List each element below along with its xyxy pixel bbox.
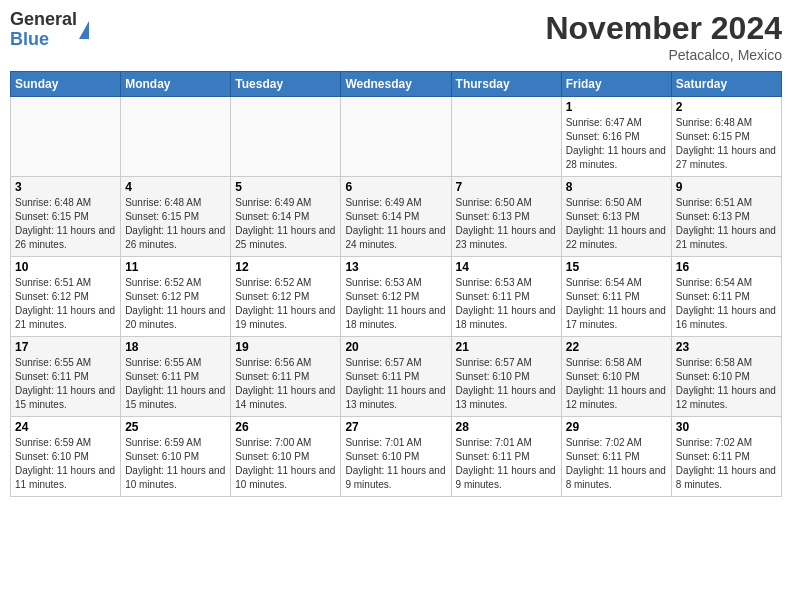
calendar-cell: 14Sunrise: 6:53 AM Sunset: 6:11 PM Dayli…: [451, 257, 561, 337]
calendar-week-row: 24Sunrise: 6:59 AM Sunset: 6:10 PM Dayli…: [11, 417, 782, 497]
calendar-cell: 10Sunrise: 6:51 AM Sunset: 6:12 PM Dayli…: [11, 257, 121, 337]
location: Petacalco, Mexico: [545, 47, 782, 63]
day-info: Sunrise: 6:52 AM Sunset: 6:12 PM Dayligh…: [235, 276, 336, 332]
day-info: Sunrise: 6:48 AM Sunset: 6:15 PM Dayligh…: [125, 196, 226, 252]
day-header-thursday: Thursday: [451, 72, 561, 97]
calendar-week-row: 3Sunrise: 6:48 AM Sunset: 6:15 PM Daylig…: [11, 177, 782, 257]
day-number: 6: [345, 180, 446, 194]
day-number: 27: [345, 420, 446, 434]
calendar-cell: 30Sunrise: 7:02 AM Sunset: 6:11 PM Dayli…: [671, 417, 781, 497]
logo-general: General: [10, 10, 77, 30]
calendar-cell: 6Sunrise: 6:49 AM Sunset: 6:14 PM Daylig…: [341, 177, 451, 257]
day-number: 11: [125, 260, 226, 274]
day-info: Sunrise: 6:50 AM Sunset: 6:13 PM Dayligh…: [456, 196, 557, 252]
day-info: Sunrise: 6:48 AM Sunset: 6:15 PM Dayligh…: [676, 116, 777, 172]
day-number: 29: [566, 420, 667, 434]
day-info: Sunrise: 6:52 AM Sunset: 6:12 PM Dayligh…: [125, 276, 226, 332]
day-number: 5: [235, 180, 336, 194]
calendar-cell: 5Sunrise: 6:49 AM Sunset: 6:14 PM Daylig…: [231, 177, 341, 257]
day-number: 3: [15, 180, 116, 194]
day-number: 10: [15, 260, 116, 274]
day-number: 8: [566, 180, 667, 194]
logo-text: General Blue: [10, 10, 77, 50]
month-title: November 2024: [545, 10, 782, 47]
day-info: Sunrise: 6:57 AM Sunset: 6:11 PM Dayligh…: [345, 356, 446, 412]
calendar-week-row: 17Sunrise: 6:55 AM Sunset: 6:11 PM Dayli…: [11, 337, 782, 417]
day-number: 25: [125, 420, 226, 434]
calendar-cell: 16Sunrise: 6:54 AM Sunset: 6:11 PM Dayli…: [671, 257, 781, 337]
day-number: 1: [566, 100, 667, 114]
day-info: Sunrise: 7:00 AM Sunset: 6:10 PM Dayligh…: [235, 436, 336, 492]
calendar-cell: 8Sunrise: 6:50 AM Sunset: 6:13 PM Daylig…: [561, 177, 671, 257]
day-header-monday: Monday: [121, 72, 231, 97]
title-block: November 2024 Petacalco, Mexico: [545, 10, 782, 63]
calendar-cell: 18Sunrise: 6:55 AM Sunset: 6:11 PM Dayli…: [121, 337, 231, 417]
calendar-cell: [341, 97, 451, 177]
day-info: Sunrise: 6:48 AM Sunset: 6:15 PM Dayligh…: [15, 196, 116, 252]
calendar-cell: 4Sunrise: 6:48 AM Sunset: 6:15 PM Daylig…: [121, 177, 231, 257]
day-info: Sunrise: 6:59 AM Sunset: 6:10 PM Dayligh…: [125, 436, 226, 492]
page-header: General Blue November 2024 Petacalco, Me…: [10, 10, 782, 63]
calendar-cell: 3Sunrise: 6:48 AM Sunset: 6:15 PM Daylig…: [11, 177, 121, 257]
calendar-cell: 28Sunrise: 7:01 AM Sunset: 6:11 PM Dayli…: [451, 417, 561, 497]
day-number: 14: [456, 260, 557, 274]
calendar-cell: [11, 97, 121, 177]
day-number: 13: [345, 260, 446, 274]
day-number: 16: [676, 260, 777, 274]
day-info: Sunrise: 6:56 AM Sunset: 6:11 PM Dayligh…: [235, 356, 336, 412]
day-header-friday: Friday: [561, 72, 671, 97]
calendar-cell: 7Sunrise: 6:50 AM Sunset: 6:13 PM Daylig…: [451, 177, 561, 257]
calendar-cell: 29Sunrise: 7:02 AM Sunset: 6:11 PM Dayli…: [561, 417, 671, 497]
day-info: Sunrise: 6:53 AM Sunset: 6:11 PM Dayligh…: [456, 276, 557, 332]
calendar-cell: 23Sunrise: 6:58 AM Sunset: 6:10 PM Dayli…: [671, 337, 781, 417]
day-info: Sunrise: 6:51 AM Sunset: 6:12 PM Dayligh…: [15, 276, 116, 332]
calendar-header-row: SundayMondayTuesdayWednesdayThursdayFrid…: [11, 72, 782, 97]
day-info: Sunrise: 6:57 AM Sunset: 6:10 PM Dayligh…: [456, 356, 557, 412]
calendar-cell: 1Sunrise: 6:47 AM Sunset: 6:16 PM Daylig…: [561, 97, 671, 177]
day-info: Sunrise: 7:02 AM Sunset: 6:11 PM Dayligh…: [566, 436, 667, 492]
calendar-cell: 17Sunrise: 6:55 AM Sunset: 6:11 PM Dayli…: [11, 337, 121, 417]
day-number: 23: [676, 340, 777, 354]
calendar-cell: 24Sunrise: 6:59 AM Sunset: 6:10 PM Dayli…: [11, 417, 121, 497]
day-info: Sunrise: 6:49 AM Sunset: 6:14 PM Dayligh…: [345, 196, 446, 252]
day-info: Sunrise: 7:01 AM Sunset: 6:10 PM Dayligh…: [345, 436, 446, 492]
calendar-cell: 20Sunrise: 6:57 AM Sunset: 6:11 PM Dayli…: [341, 337, 451, 417]
calendar-cell: [451, 97, 561, 177]
calendar-cell: 22Sunrise: 6:58 AM Sunset: 6:10 PM Dayli…: [561, 337, 671, 417]
day-number: 4: [125, 180, 226, 194]
day-number: 28: [456, 420, 557, 434]
day-info: Sunrise: 6:58 AM Sunset: 6:10 PM Dayligh…: [566, 356, 667, 412]
day-info: Sunrise: 6:58 AM Sunset: 6:10 PM Dayligh…: [676, 356, 777, 412]
day-number: 12: [235, 260, 336, 274]
calendar-cell: 9Sunrise: 6:51 AM Sunset: 6:13 PM Daylig…: [671, 177, 781, 257]
day-number: 26: [235, 420, 336, 434]
day-info: Sunrise: 6:51 AM Sunset: 6:13 PM Dayligh…: [676, 196, 777, 252]
day-info: Sunrise: 7:01 AM Sunset: 6:11 PM Dayligh…: [456, 436, 557, 492]
day-info: Sunrise: 6:55 AM Sunset: 6:11 PM Dayligh…: [15, 356, 116, 412]
day-info: Sunrise: 7:02 AM Sunset: 6:11 PM Dayligh…: [676, 436, 777, 492]
calendar-cell: 21Sunrise: 6:57 AM Sunset: 6:10 PM Dayli…: [451, 337, 561, 417]
day-info: Sunrise: 6:47 AM Sunset: 6:16 PM Dayligh…: [566, 116, 667, 172]
calendar-cell: 15Sunrise: 6:54 AM Sunset: 6:11 PM Dayli…: [561, 257, 671, 337]
day-header-wednesday: Wednesday: [341, 72, 451, 97]
calendar-cell: 2Sunrise: 6:48 AM Sunset: 6:15 PM Daylig…: [671, 97, 781, 177]
day-number: 9: [676, 180, 777, 194]
calendar-cell: 12Sunrise: 6:52 AM Sunset: 6:12 PM Dayli…: [231, 257, 341, 337]
calendar-cell: 13Sunrise: 6:53 AM Sunset: 6:12 PM Dayli…: [341, 257, 451, 337]
day-number: 17: [15, 340, 116, 354]
day-number: 15: [566, 260, 667, 274]
calendar-week-row: 1Sunrise: 6:47 AM Sunset: 6:16 PM Daylig…: [11, 97, 782, 177]
day-number: 19: [235, 340, 336, 354]
day-number: 22: [566, 340, 667, 354]
calendar-table: SundayMondayTuesdayWednesdayThursdayFrid…: [10, 71, 782, 497]
day-info: Sunrise: 6:50 AM Sunset: 6:13 PM Dayligh…: [566, 196, 667, 252]
logo: General Blue: [10, 10, 89, 50]
day-info: Sunrise: 6:54 AM Sunset: 6:11 PM Dayligh…: [566, 276, 667, 332]
day-header-tuesday: Tuesday: [231, 72, 341, 97]
calendar-week-row: 10Sunrise: 6:51 AM Sunset: 6:12 PM Dayli…: [11, 257, 782, 337]
calendar-cell: 25Sunrise: 6:59 AM Sunset: 6:10 PM Dayli…: [121, 417, 231, 497]
day-number: 18: [125, 340, 226, 354]
day-number: 7: [456, 180, 557, 194]
day-number: 20: [345, 340, 446, 354]
calendar-cell: 19Sunrise: 6:56 AM Sunset: 6:11 PM Dayli…: [231, 337, 341, 417]
